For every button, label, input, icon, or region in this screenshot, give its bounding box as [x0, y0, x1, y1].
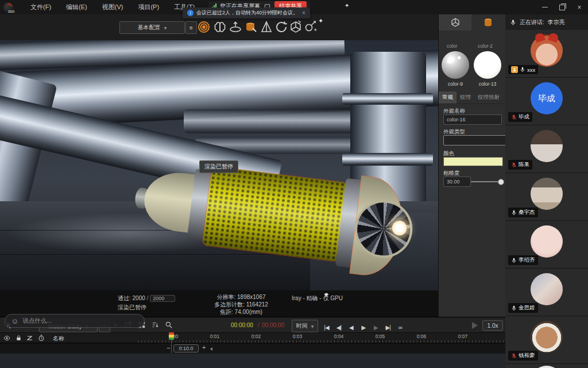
timeline-track-area[interactable]: − 0:10.0 +: [0, 343, 505, 354]
toast-text: 会议已超过2人，自动转为40分钟限时会议。: [196, 9, 298, 17]
resolution-text: 分辨率: 1898x1067: [189, 293, 293, 301]
roughness-slider-track[interactable]: [471, 181, 501, 182]
participant-name: 毕成: [519, 113, 529, 121]
render-status-bar: 通过: 2000 / 2000 渲染已暂停 分辨率: 1898x1067 多边形…: [0, 290, 438, 317]
visibility-eye-icon[interactable]: [3, 335, 10, 342]
avatar: [531, 34, 563, 67]
ruler-label: 0:06: [417, 334, 427, 339]
skip-start-button[interactable]: |◀: [322, 324, 331, 331]
frame-forward-button[interactable]: ▶: [371, 324, 381, 331]
smiley-icon[interactable]: ☺: [11, 317, 18, 325]
playback-speed-dropdown[interactable]: 1.0x: [482, 320, 503, 331]
denoiser-brain-icon[interactable]: [213, 20, 227, 34]
tab-general[interactable]: 常规: [439, 91, 457, 103]
model-box-icon[interactable]: [289, 20, 303, 34]
menu-file[interactable]: 文件(F): [23, 0, 59, 14]
info-icon: i: [187, 10, 194, 16]
meeting-chat-input[interactable]: ☺ 说点什么...: [5, 314, 145, 328]
turntable-icon[interactable]: [229, 20, 242, 34]
search-icon[interactable]: [165, 321, 173, 329]
skip-end-button[interactable]: ▶|: [383, 324, 393, 331]
appearance-type-dropdown[interactable]: [443, 135, 508, 145]
app-logo-year: 2023: [8, 10, 14, 13]
motion-path-icon[interactable]: [26, 335, 33, 342]
mic-muted-icon: [511, 353, 517, 359]
property-tabs: 常规 纹理 纹理投射: [439, 91, 506, 104]
tab-appearances[interactable]: [471, 14, 504, 31]
participant-tile[interactable]: 桑宇杰: [505, 173, 588, 221]
frame-back-button[interactable]: ◀|: [334, 324, 343, 331]
timeline-collapse-arrow[interactable]: [210, 347, 212, 351]
swatch-name: color-9: [442, 81, 469, 87]
swatch-label-partial: color-2: [478, 43, 493, 49]
speaking-prefix: 正在讲话:: [520, 18, 544, 26]
participant-tile-partial[interactable]: [505, 364, 588, 368]
appearance-panel: color color-2 color-9 color-13 常规 纹理 纹理投…: [438, 14, 506, 317]
tab-models[interactable]: [439, 14, 471, 30]
participant-tile[interactable]: 毕成 毕成: [505, 78, 588, 125]
camera-effects-icon[interactable]: [304, 20, 318, 34]
lock-icon[interactable]: [16, 335, 22, 342]
restore-button[interactable]: [554, 0, 571, 14]
roughness-input[interactable]: 30.00: [443, 177, 471, 187]
model-body-honeycomb: [202, 166, 347, 262]
pipe-flange: [342, 93, 433, 105]
configuration-dropdown[interactable]: 基本配置▾: [119, 21, 185, 34]
render-mode-text: Iray - 精确 - 仅 GPU: [292, 294, 343, 302]
keyframe-clock-icon[interactable]: [38, 335, 45, 342]
avatar-initials: 毕成: [531, 82, 563, 114]
menu-edit[interactable]: 编辑(E): [59, 0, 95, 14]
mic-on-icon: [511, 210, 517, 216]
passes-current: 2000: [133, 295, 145, 301]
avatar: [531, 273, 563, 305]
menu-project[interactable]: 项目(P): [130, 0, 167, 14]
time-unit-dropdown[interactable]: 时间▾: [292, 320, 318, 332]
sort-icon[interactable]: [151, 321, 160, 329]
timeline-zoom-in-button[interactable]: +: [202, 344, 206, 351]
participant-tile[interactable]: xxx: [505, 30, 588, 78]
menu-view[interactable]: 视图(V): [95, 0, 131, 14]
configuration-menu-icon[interactable]: ≡: [185, 21, 197, 34]
timeline-duration-input[interactable]: 0:10.0: [173, 344, 199, 352]
passes-total-input[interactable]: 2000: [150, 295, 175, 302]
toast-close-icon[interactable]: ×: [302, 10, 305, 16]
pivot-axes-icon[interactable]: [260, 20, 273, 34]
participant-tile[interactable]: 李绍齐: [505, 221, 588, 269]
passes-label: 通过:: [118, 295, 131, 301]
avatar: [531, 366, 563, 368]
rotate-reset-icon[interactable]: [274, 20, 288, 34]
pipe: [184, 109, 368, 133]
participant-name: 钱裕豪: [519, 352, 535, 359]
mic-on-icon: [520, 67, 525, 72]
name-column-header: 名称: [53, 335, 64, 343]
timeline-ruler[interactable]: 0:00 0:01 0:02 0:03 0:04 0:05 0:06 0:07: [138, 333, 505, 343]
appearance-name-input[interactable]: color-16: [443, 114, 502, 125]
roughness-slider-handle[interactable]: [498, 179, 504, 185]
color-swatch-value[interactable]: [443, 157, 503, 166]
play-button[interactable]: ▶: [358, 324, 368, 331]
close-button[interactable]: ×: [571, 0, 588, 14]
swatch-name: color-13: [474, 81, 501, 87]
mic-on-icon: [511, 258, 517, 263]
passes-group: 通过: 2000 / 2000: [118, 294, 175, 302]
tab-texture[interactable]: 纹理: [457, 91, 474, 103]
playhead-marker[interactable]: [169, 332, 174, 340]
render-target-icon[interactable]: [197, 20, 211, 34]
participant-tile[interactable]: 陈果: [505, 125, 588, 173]
participant-name: xxx: [527, 67, 535, 73]
appearance-bucket-icon[interactable]: [244, 20, 258, 34]
loop-button[interactable]: ∞: [396, 324, 405, 331]
tab-texture-mapping[interactable]: 纹理投射: [474, 91, 503, 103]
meeting-sidebar: 正在讲话: 李宗亮 xxx 毕成 毕成: [505, 14, 588, 368]
minimize-button[interactable]: [536, 0, 554, 14]
playhead-line: [171, 340, 172, 353]
polygon-count-text: 多边形计数: 1164212: [189, 301, 293, 309]
pin-icon[interactable]: [323, 292, 330, 299]
participant-tile[interactable]: 金思婧: [505, 269, 588, 316]
play-backward-button[interactable]: ◀: [346, 324, 356, 331]
participant-tile[interactable]: 钱裕豪: [505, 316, 588, 364]
timeline-zoom-out-button[interactable]: −: [167, 344, 170, 351]
swatch-color-13[interactable]: [474, 51, 501, 79]
render-play-button[interactable]: [472, 322, 478, 329]
swatch-color-9[interactable]: [442, 51, 469, 79]
